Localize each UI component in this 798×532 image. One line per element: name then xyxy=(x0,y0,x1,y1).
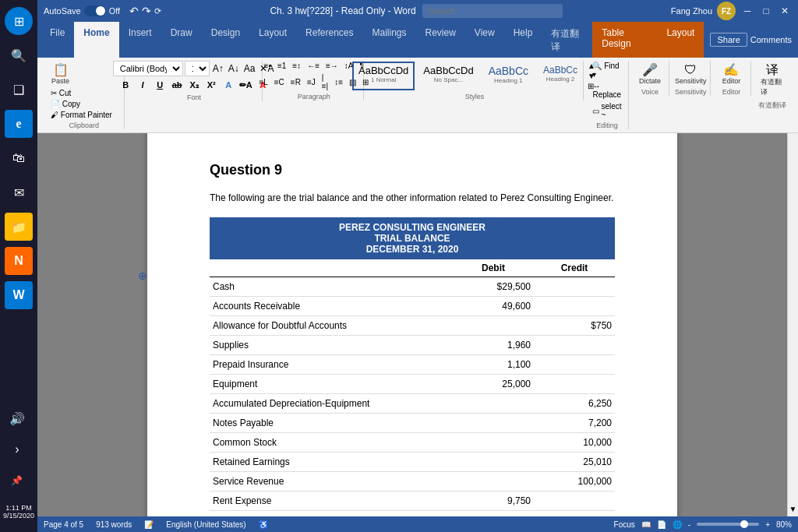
row-credit xyxy=(534,336,615,355)
align-center-button[interactable]: ≡C xyxy=(272,72,287,91)
style-heading1[interactable]: AaBbCc Heading 1 xyxy=(482,62,535,90)
pin-icon[interactable]: 📌 xyxy=(3,467,31,495)
cut-button[interactable]: ✂ Cut xyxy=(48,88,115,98)
subscript-button[interactable]: X₂ xyxy=(186,78,202,92)
align-right-button[interactable]: ≡R xyxy=(288,72,303,91)
share-button[interactable]: Share xyxy=(710,33,747,47)
table-row: Common Stock 10,000 xyxy=(210,433,615,453)
editor-button[interactable]: ✍ Editor xyxy=(719,61,744,86)
search-icon[interactable]: 🔍 xyxy=(5,41,33,69)
row-credit xyxy=(534,491,615,511)
font-size-select[interactable]: 11 xyxy=(185,61,210,76)
italic-button[interactable]: I xyxy=(135,78,150,92)
tab-youdao[interactable]: 有道翻译 xyxy=(542,22,592,58)
edge-icon[interactable]: e xyxy=(5,110,33,138)
tab-file[interactable]: File xyxy=(41,22,74,58)
taskview-icon[interactable]: ❑ xyxy=(5,76,33,104)
font-family-select[interactable]: Calibri (Body) xyxy=(113,61,183,76)
align-left-button[interactable]: ≡L xyxy=(256,72,270,91)
read-mode-button[interactable]: 📖 xyxy=(641,520,651,529)
close-button[interactable]: ✕ xyxy=(778,5,792,16)
multilevel-list-button[interactable]: ≡↕ xyxy=(290,61,303,71)
zoom-in-button[interactable]: + xyxy=(765,520,770,529)
select-button[interactable]: ▭ select ~ xyxy=(590,101,623,120)
tab-layout2[interactable]: Layout xyxy=(657,22,704,58)
line-spacing-button[interactable]: ↕≡ xyxy=(332,72,345,91)
zoom-out-button[interactable]: - xyxy=(688,520,690,529)
tab-home[interactable]: Home xyxy=(74,22,118,58)
mail-icon[interactable]: ✉ xyxy=(5,178,33,206)
web-layout-button[interactable]: 🌐 xyxy=(673,520,682,529)
tab-review[interactable]: Review xyxy=(416,22,465,58)
minimize-button[interactable]: ─ xyxy=(740,5,754,16)
tab-design[interactable]: Design xyxy=(202,22,249,58)
label-col-header xyxy=(210,259,453,277)
ribbon-group-styles: AaBbCcDd 1 Normal AaBbCcDd No Spac... Aa… xyxy=(365,61,584,100)
bold-button[interactable]: B xyxy=(118,78,133,92)
row-credit: $750 xyxy=(534,316,615,336)
columns-button[interactable]: |≡| xyxy=(320,72,330,91)
accessibility-icon[interactable]: ♿ xyxy=(259,520,268,529)
scroll-down-button[interactable]: ▼ xyxy=(788,505,798,513)
zoom-level[interactable]: 80% xyxy=(776,520,792,529)
tab-draw[interactable]: Draw xyxy=(161,22,202,58)
tab-view[interactable]: View xyxy=(465,22,504,58)
print-layout-button[interactable]: 📄 xyxy=(657,520,666,529)
store-icon[interactable]: 🛍 xyxy=(5,144,33,172)
tab-table-design[interactable]: Table Design xyxy=(592,22,657,58)
undo-icon[interactable]: ↶ xyxy=(129,5,139,17)
row-credit xyxy=(534,375,615,394)
replace-button[interactable]: ↔ Replace xyxy=(590,81,623,100)
underline-button[interactable]: U xyxy=(152,78,168,92)
text-highlight-button[interactable]: ✏A xyxy=(238,78,253,92)
tab-mailings[interactable]: Mailings xyxy=(362,22,415,58)
shrink-font-button[interactable]: A↓ xyxy=(227,62,241,76)
word-icon[interactable]: W xyxy=(5,281,33,309)
chevron-icon[interactable]: › xyxy=(3,435,31,463)
row-credit: 100,000 xyxy=(534,472,615,491)
translate-button[interactable]: 译 有道翻译 xyxy=(757,61,787,99)
decrease-indent-button[interactable]: ←≡ xyxy=(305,61,322,71)
sound-icon[interactable]: 🔊 xyxy=(3,404,31,432)
onenote-icon[interactable]: N xyxy=(5,247,33,275)
copy-button[interactable]: 📄 Copy xyxy=(48,99,115,109)
tab-help[interactable]: Help xyxy=(504,22,542,58)
title-search-input[interactable] xyxy=(422,4,563,18)
find-button[interactable]: 🔍 Find ▾ xyxy=(590,61,623,79)
bullets-button[interactable]: ≡• xyxy=(262,61,274,71)
windows-icon[interactable]: ⊞ xyxy=(5,7,33,35)
increase-indent-button[interactable]: ≡→ xyxy=(323,61,341,71)
text-effects-button[interactable]: A xyxy=(221,78,236,92)
grow-font-button[interactable]: A↑ xyxy=(211,62,225,76)
explorer-icon[interactable]: 📁 xyxy=(5,213,33,241)
autosave-toggle[interactable] xyxy=(84,5,106,16)
sensitivity-button[interactable]: 🛡 Sensitivity xyxy=(672,61,710,86)
style-normal[interactable]: AaBbCcDd 1 Normal xyxy=(352,62,415,90)
strikethrough-button[interactable]: ab xyxy=(169,78,185,92)
justify-button[interactable]: ≡J xyxy=(305,72,318,91)
dictate-button[interactable]: 🎤 Dictate xyxy=(636,61,664,86)
focus-button[interactable]: Focus xyxy=(614,520,635,529)
proofing-icon[interactable]: 📝 xyxy=(144,520,154,529)
company-name: PEREZ CONSULTING ENGINEER xyxy=(213,222,612,233)
comments-button[interactable]: Comments xyxy=(750,35,792,44)
trial-balance-body: Cash $29,500 Accounts Receivable 49,600 … xyxy=(210,277,615,511)
style-no-spacing[interactable]: AaBbCcDd No Spac... xyxy=(417,62,479,90)
table-move-handle[interactable]: ⊕ xyxy=(138,270,147,282)
maximize-button[interactable]: □ xyxy=(759,5,773,16)
tab-references[interactable]: References xyxy=(296,22,362,58)
avatar[interactable]: FZ xyxy=(717,2,736,20)
style-heading2[interactable]: AaBbCc Heading 2 xyxy=(537,62,584,90)
superscript-button[interactable]: X² xyxy=(203,78,219,92)
tab-insert[interactable]: Insert xyxy=(119,22,161,58)
row-label: Notes Payable xyxy=(210,414,453,433)
zoom-slider[interactable] xyxy=(697,523,759,526)
change-case-button[interactable]: Aa xyxy=(242,62,257,76)
editor-group-label: Editor xyxy=(722,88,741,96)
format-painter-button[interactable]: 🖌 Format Painter xyxy=(48,110,115,120)
numbering-button[interactable]: ≡1 xyxy=(275,61,288,71)
redo-icon[interactable]: ↷ xyxy=(142,5,151,17)
paste-button[interactable]: 📋 Paste xyxy=(48,61,72,86)
row-credit xyxy=(534,277,615,297)
tab-layout[interactable]: Layout xyxy=(249,22,296,58)
